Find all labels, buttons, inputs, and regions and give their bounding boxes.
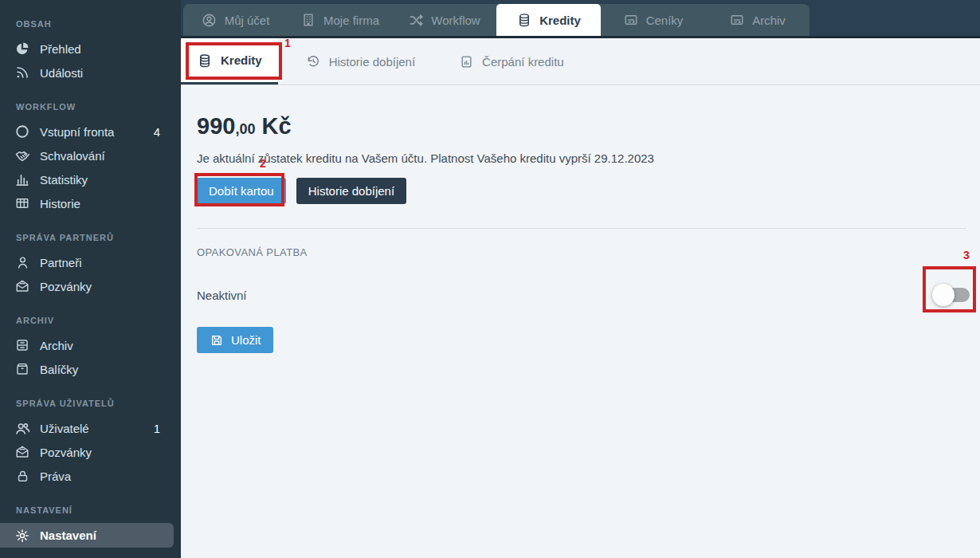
sidebar-section-sprava-partneru: SPRÁVA PARTNERŮ Partneři Pozvánky [0,233,181,298]
sidebar-item-label: Práva [40,470,71,483]
building-icon [300,12,316,28]
sidebar-item-prehled[interactable]: Přehled [0,37,181,61]
sidebar-item-statistiky[interactable]: Statistiky [0,167,181,191]
subtab-historie-dobijeni[interactable]: Historie dobíjení [289,38,431,84]
sidebar-item-historie[interactable]: Historie [0,191,181,215]
sidebar-header-sprava-partneru: SPRÁVA PARTNERŮ [16,233,181,242]
recurring-section-title: OPAKOVANÁ PLATBA [197,246,980,258]
tab-kredity[interactable]: Kredity [496,4,601,36]
tabs-strip: Můj účet Moje firma Workflow Kredity Cen… [183,4,809,36]
save-row: Uložit [197,327,980,353]
lock-icon [14,468,30,484]
sidebar-item-vstupni-fronta[interactable]: Vstupní fronta 4 [0,120,181,143]
queue-count-badge: 4 [154,125,181,139]
balance-main: 990 [197,113,235,139]
tab-label: Archiv [752,14,786,27]
sidebar-item-label: Vstupní fronta [40,125,114,139]
shuffle-icon [408,12,424,28]
rss-icon [14,65,30,81]
coins-icon [516,12,532,28]
coins-icon [197,53,213,69]
price-card-icon [623,12,639,28]
balance-description: Je aktuální zůstatek kreditu na Vašem úč… [197,151,980,165]
person-icon [14,254,30,270]
main-area: Můj účet Moje firma Workflow Kredity Cen… [181,0,980,558]
balance-currency: Kč [255,113,291,139]
sidebar-header-obsah: OBSAH [16,19,181,29]
sub-tab-bar: Kredity Historie dobíjení Čerpání kredit… [181,38,980,85]
envelope-open-icon [14,444,30,460]
sidebar-header-workflow: WORKFLOW [16,102,181,112]
tab-label: Můj účet [225,14,270,27]
sidebar-item-label: Partneři [40,256,82,269]
tab-label: Kredity [539,14,581,27]
sidebar-item-label: Přehled [40,42,81,56]
section-divider [197,228,966,229]
recurring-status-row: Neaktivní [197,288,980,302]
sidebar-item-nastaveni[interactable]: Nastavení [0,523,174,548]
table-icon [14,195,30,211]
tab-muj-ucet[interactable]: Můj účet [183,4,288,36]
sidebar-item-label: Statistiky [40,173,88,187]
tab-archiv[interactable]: Archiv [705,4,809,36]
sidebar-item-label: Historie [40,197,80,210]
handshake-icon [14,147,30,163]
sidebar-section-workflow: WORKFLOW Vstupní fronta 4 Schvalování St… [0,102,181,215]
tab-label: Workflow [431,14,480,27]
balance-amount: 990,00 Kč [197,113,980,140]
archive-box-icon [14,337,30,353]
sidebar-item-schvalovani[interactable]: Schvalování [0,143,181,167]
credit-buttons-row: Dobít kartou Historie dobíjení [197,178,980,204]
sidebar-section-archiv: ARCHIV Archiv Balíčky [0,316,181,381]
save-button[interactable]: Uložit [197,327,273,353]
tab-moje-firma[interactable]: Moje firma [288,4,392,36]
users-icon [14,420,30,436]
circle-icon [14,124,30,140]
sidebar-item-partneri[interactable]: Partneři [0,250,181,274]
toggle-knob [932,284,955,306]
pie-chart-icon [14,41,30,57]
bar-chart-icon [14,171,30,187]
subtab-label: Čerpání kreditu [482,55,564,69]
sidebar-item-archiv[interactable]: Archiv [0,333,181,357]
sidebar-item-udalosti[interactable]: Události [0,61,181,84]
subtab-label: Historie dobíjení [329,55,415,69]
sidebar-item-pozvanky-partneri[interactable]: Pozvánky [0,274,181,298]
sidebar-section-obsah: OBSAH Přehled Události [0,19,181,84]
sidebar-header-sprava-uzivatelu: SPRÁVA UŽIVATELŮ [16,399,181,408]
tab-label: Ceníky [646,14,684,27]
save-button-label: Uložit [231,333,261,347]
users-count-badge: 1 [154,422,181,435]
tab-ceniky[interactable]: Ceníky [601,4,705,36]
recurring-payment-toggle[interactable] [935,288,970,302]
balance-decimal: ,00 [235,121,255,137]
sidebar-item-uzivatele[interactable]: Uživatelé 1 [0,416,181,440]
sidebar-header-nastaveni: NASTAVENÍ [16,505,181,515]
sidebar-item-label: Archiv [40,339,73,352]
subtab-cerpani-kreditu[interactable]: Čerpání kreditu [442,38,580,84]
doc-chart-icon [458,53,474,69]
user-circle-icon [202,12,218,28]
sidebar-item-balicky[interactable]: Balíčky [0,357,181,381]
subtab-kredity[interactable]: Kredity [181,38,278,84]
floppy-save-icon [209,332,225,348]
sidebar-item-label: Schvalování [40,149,105,163]
sidebar-header-archiv: ARCHIV [16,316,181,325]
topup-history-button[interactable]: Historie dobíjení [296,178,406,204]
sidebar-item-prava[interactable]: Práva [0,464,181,488]
subtab-label: Kredity [221,53,262,67]
sidebar-item-label: Pozvánky [40,280,92,293]
archive-card-icon [729,12,745,28]
gear-icon [14,528,30,544]
package-icon [14,361,30,377]
sidebar: OBSAH Přehled Události WORKFLOW Vstupní … [0,0,181,558]
sidebar-item-label: Nastavení [40,529,96,542]
sidebar-item-label: Události [40,66,83,80]
sidebar-item-pozvanky-uzivatele[interactable]: Pozvánky [0,440,181,464]
sidebar-item-label: Balíčky [40,363,78,376]
sidebar-section-sprava-uzivatelu: SPRÁVA UŽIVATELŮ Uživatelé 1 Pozvánky Pr… [0,399,181,488]
topup-card-button[interactable]: Dobít kartou [197,178,286,204]
sidebar-item-label: Uživatelé [40,422,89,435]
history-clock-icon [305,53,321,69]
tab-workflow[interactable]: Workflow [392,4,496,36]
